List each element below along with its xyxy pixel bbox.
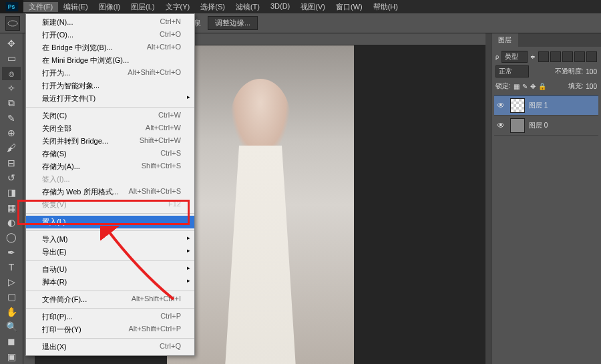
gradient-tool[interactable]: ▦: [2, 200, 21, 214]
filter-smart-icon[interactable]: [586, 51, 597, 62]
menu-type[interactable]: 文字(Y): [160, 2, 196, 12]
lock-all-icon[interactable]: 🔒: [538, 83, 546, 90]
visibility-icon[interactable]: 👁: [497, 121, 506, 130]
menu-export[interactable]: 导出(E): [26, 246, 194, 258]
layer-list: 👁 图层 1 👁 图层 0: [494, 95, 598, 136]
menu-open-smart[interactable]: 打开为智能对象...: [26, 79, 194, 92]
menu-view[interactable]: 视图(V): [295, 2, 331, 12]
menu-open-as[interactable]: 打开为...Alt+Shift+Ctrl+O: [26, 67, 194, 79]
lock-paint-icon[interactable]: ✎: [522, 83, 528, 90]
menu-3d[interactable]: 3D(D): [265, 2, 295, 12]
ps-logo: Ps: [0, 0, 23, 13]
lock-move-icon[interactable]: ✥: [530, 83, 536, 90]
layer-item[interactable]: 👁 图层 0: [494, 116, 598, 136]
eyedropper-tool[interactable]: ✎: [2, 112, 21, 125]
wand-tool[interactable]: ✧: [2, 81, 21, 95]
menu-save[interactable]: 存储(S)Ctrl+S: [26, 148, 194, 160]
menu-close-all[interactable]: 关闭全部Alt+Ctrl+W: [26, 122, 194, 135]
menu-save-as[interactable]: 存储为(A)...Shift+Ctrl+S: [26, 160, 194, 173]
dodge-tool[interactable]: ◯: [2, 230, 21, 244]
pen-tool[interactable]: ✒: [2, 245, 21, 258]
svg-text:Ps: Ps: [7, 3, 15, 10]
top-bar: Ps 文件(F) 编辑(E) 图像(I) 图层(L) 文字(Y) 选择(S) 滤…: [0, 0, 601, 13]
layer-name[interactable]: 图层 1: [529, 101, 548, 110]
opacity-label: 不透明度:: [555, 67, 584, 76]
menu-browse-bridge[interactable]: 在 Bridge 中浏览(B)...Alt+Ctrl+O: [26, 41, 194, 54]
crop-tool[interactable]: ⧉: [2, 96, 21, 110]
eraser-tool[interactable]: ◨: [2, 186, 21, 199]
quickmask-tool[interactable]: ▣: [2, 350, 21, 363]
filter-kind[interactable]: 类型: [502, 51, 528, 63]
menu-save-for-web[interactable]: 存储为 Web 所用格式...Alt+Shift+Ctrl+S: [26, 186, 194, 198]
menu-close[interactable]: 关闭(C)Ctrl+W: [26, 110, 194, 122]
path-tool[interactable]: ▷: [2, 275, 21, 289]
panel-tabs: 图层: [491, 33, 601, 47]
menu-exit[interactable]: 退出(X)Ctrl+Q: [26, 341, 194, 353]
opacity-value[interactable]: 100: [586, 68, 597, 75]
filter-adjust-icon[interactable]: [550, 51, 561, 62]
right-collapsed-strip[interactable]: [485, 33, 491, 364]
menu-import[interactable]: 导入(M): [26, 233, 194, 246]
toolbox: ✥ ▭ ⌾ ✧ ⧉ ✎ ⊕ 🖌 ⊟ ↺ ◨ ▦ ◐ ◯ ✒ T ▷ ▢ ✋ 🔍 …: [0, 33, 23, 364]
menu-print[interactable]: 打印(P)...Ctrl+P: [26, 311, 194, 323]
menu-print-one[interactable]: 打印一份(Y)Alt+Shift+Ctrl+P: [26, 323, 194, 336]
layers-panel: 图层 ρ 类型 ≑ 正常 不透明度: 100: [491, 33, 601, 364]
menu-place[interactable]: 置入(L)...: [26, 216, 194, 228]
layer-thumbnail[interactable]: [510, 98, 525, 113]
menu-revert: 恢复(V)F12: [26, 198, 194, 211]
lock-transparent-icon[interactable]: ▦: [514, 83, 520, 90]
layer-name[interactable]: 图层 0: [529, 121, 548, 130]
filter-pixel-icon[interactable]: [538, 51, 549, 62]
blend-mode-select[interactable]: 正常: [495, 65, 529, 77]
refine-edge-button[interactable]: 调整边缘...: [208, 16, 258, 30]
hand-tool[interactable]: ✋: [2, 305, 21, 319]
lock-label: 锁定:: [495, 81, 511, 91]
lasso-tool[interactable]: ⌾: [2, 67, 21, 80]
zoom-tool[interactable]: 🔍: [2, 320, 21, 333]
history-brush-tool[interactable]: ↺: [2, 171, 21, 184]
tab-layers[interactable]: 图层: [491, 33, 518, 47]
marquee-tool[interactable]: ▭: [2, 51, 21, 65]
menu-file[interactable]: 文件(F): [23, 2, 58, 12]
menu-window[interactable]: 窗口(W): [331, 2, 368, 12]
blur-tool[interactable]: ◐: [2, 216, 21, 229]
type-tool[interactable]: T: [2, 260, 21, 274]
stamp-tool[interactable]: ⊟: [2, 156, 21, 170]
layer-thumbnail[interactable]: [510, 118, 525, 133]
fill-value[interactable]: 100: [586, 83, 597, 90]
menu-layer[interactable]: 图层(L): [126, 2, 160, 12]
menu-select[interactable]: 选择(S): [195, 2, 230, 12]
menu-open-recent[interactable]: 最近打开文件(T): [26, 92, 194, 105]
brush-tool[interactable]: 🖌: [2, 141, 21, 154]
menu-scripts[interactable]: 脚本(R): [26, 276, 194, 289]
filter-shape-icon[interactable]: [574, 51, 585, 62]
menu-browse-mini-bridge[interactable]: 在 Mini Bridge 中浏览(G)...: [26, 54, 194, 67]
menu-checkin: 签入(I)...: [26, 173, 194, 186]
document-image: [167, 45, 354, 364]
menu-filter[interactable]: 滤镜(T): [230, 2, 265, 12]
svg-point-2: [8, 21, 17, 26]
colors-tool[interactable]: ◼: [2, 335, 21, 348]
move-tool[interactable]: ✥: [2, 37, 21, 50]
layer-item[interactable]: 👁 图层 1: [494, 96, 598, 116]
tool-preset-icon[interactable]: [5, 16, 20, 31]
menu-edit[interactable]: 编辑(E): [58, 2, 93, 12]
menubar: 文件(F) 编辑(E) 图像(I) 图层(L) 文字(Y) 选择(S) 滤镜(T…: [23, 2, 403, 12]
visibility-icon[interactable]: 👁: [497, 101, 506, 110]
menu-new[interactable]: 新建(N)...Ctrl+N: [26, 16, 194, 29]
menu-help[interactable]: 帮助(H): [368, 2, 403, 12]
menu-file-info[interactable]: 文件简介(F)...Alt+Shift+Ctrl+I: [26, 293, 194, 306]
filter-type-icon[interactable]: [562, 51, 573, 62]
menu-close-goto-bridge[interactable]: 关闭并转到 Bridge...Shift+Ctrl+W: [26, 135, 194, 148]
fill-label: 填充:: [568, 81, 584, 91]
menu-open[interactable]: 打开(O)...Ctrl+O: [26, 29, 194, 41]
menu-automate[interactable]: 自动(U): [26, 263, 194, 276]
shape-tool[interactable]: ▢: [2, 290, 21, 303]
heal-tool[interactable]: ⊕: [2, 126, 21, 140]
file-dropdown-menu: 新建(N)...Ctrl+N 打开(O)...Ctrl+O 在 Bridge 中…: [25, 13, 195, 356]
menu-image[interactable]: 图像(I): [93, 2, 126, 12]
